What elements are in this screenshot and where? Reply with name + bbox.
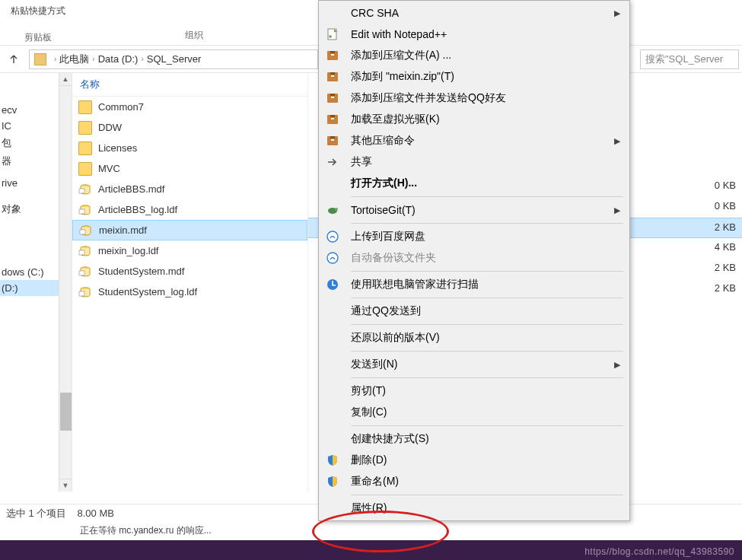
menu-separator	[351, 377, 623, 378]
menu-label: 复制(C)	[351, 406, 620, 419]
file-name: Common7	[98, 101, 144, 113]
menu-item[interactable]: 删除(D)	[319, 450, 629, 471]
submenu-arrow-icon: ▶	[614, 360, 620, 370]
menu-item[interactable]: 使用联想电脑管家进行扫描	[319, 274, 629, 295]
menu-label: 使用联想电脑管家进行扫描	[351, 278, 620, 291]
svg-rect-7	[79, 250, 84, 255]
file-row[interactable]: meixin.mdf	[72, 220, 307, 240]
file-row[interactable]: MVC	[72, 158, 307, 179]
nav-sidebar[interactable]: 📌 📌 ecvIC包器rive对象dows (C:) (D:) ▲ ▼	[0, 73, 72, 492]
menu-separator	[351, 271, 623, 272]
menu-label: 其他压缩命令	[351, 134, 614, 148]
svg-rect-11	[79, 291, 84, 296]
blank-icon	[325, 357, 340, 372]
submenu-arrow-icon: ▶	[614, 205, 620, 215]
menu-item[interactable]: 重命名(M)	[319, 471, 629, 492]
menu-item[interactable]: 其他压缩命令▶	[319, 130, 629, 151]
menu-item[interactable]: 添加到 "meixin.zip"(T)	[319, 66, 629, 88]
file-row[interactable]: meixin_log.ldf	[72, 240, 307, 261]
blank-icon	[325, 383, 340, 399]
tortoise-icon	[325, 202, 340, 218]
scroll-up-button[interactable]: ▲	[59, 73, 72, 86]
menu-item[interactable]: 通过QQ发送到	[319, 301, 629, 322]
chevron-right-icon: ›	[54, 55, 56, 63]
archive-icon	[325, 112, 340, 127]
file-row[interactable]: Common7	[72, 97, 307, 117]
file-row[interactable]: ArticleBBS_log.ldf	[72, 199, 307, 220]
blank-icon	[325, 176, 340, 191]
menu-label: 通过QQ发送到	[351, 304, 620, 318]
menu-label: 还原以前的版本(V)	[351, 331, 620, 345]
menu-item[interactable]: 添加到压缩文件(A) ...	[319, 45, 629, 66]
loading-status: 正在等待 mc.yandex.ru 的响应...	[80, 522, 212, 539]
watermark: https//blog.csdn.net/qq_43983590	[584, 546, 734, 557]
menu-item[interactable]: 属性(R)	[319, 498, 629, 519]
menu-separator	[351, 298, 623, 298]
svg-rect-28	[331, 139, 334, 141]
folder-icon	[34, 53, 46, 65]
status-size: 8.00 MB	[77, 508, 113, 519]
baidu-icon	[325, 229, 340, 244]
column-header-name[interactable]: 名称	[72, 73, 307, 97]
menu-item[interactable]: 发送到(N)▶	[319, 354, 629, 375]
file-row[interactable]: Licenses	[72, 138, 307, 158]
database-file-icon	[78, 183, 92, 196]
breadcrumb-folder[interactable]: SQL_Server	[147, 53, 202, 65]
search-input[interactable]: 搜索"SQL_Server	[640, 49, 739, 69]
blank-icon	[325, 5, 340, 21]
archive-icon	[325, 69, 340, 84]
menu-item[interactable]: 添加到压缩文件并发送给QQ好友	[319, 88, 629, 109]
scroll-thumb[interactable]	[60, 393, 72, 431]
menu-label: 共享	[351, 155, 620, 169]
breadcrumb[interactable]: › 此电脑 › Data (D:) › SQL_Server	[29, 49, 318, 69]
menu-item[interactable]: 自动备份该文件夹	[319, 247, 629, 269]
folder-icon	[78, 100, 92, 114]
share-icon	[325, 154, 340, 170]
ribbon-clipboard-group: 粘贴快捷方式 剪贴板	[0, 0, 76, 45]
archive-icon	[325, 133, 340, 148]
shield-icon	[325, 474, 340, 489]
scroll-down-button[interactable]: ▼	[59, 479, 72, 492]
menu-item[interactable]: 共享	[319, 151, 629, 173]
status-selected: 选中 1 个项目	[6, 507, 66, 520]
svg-rect-18	[330, 72, 335, 75]
sidebar-scrollbar[interactable]: ▲ ▼	[59, 73, 72, 492]
blank-icon	[325, 431, 340, 447]
svg-rect-15	[330, 51, 335, 53]
submenu-arrow-icon: ▶	[614, 8, 620, 18]
chevron-right-icon: ›	[141, 55, 143, 63]
file-row[interactable]: ArticleBBS.mdf	[72, 179, 307, 199]
file-name: ArticleBBS.mdf	[98, 183, 164, 195]
menu-item[interactable]: 上传到百度网盘	[319, 226, 629, 247]
menu-item[interactable]: 剪切(T)	[319, 380, 629, 402]
menu-item[interactable]: 打开方式(H)...	[319, 173, 629, 194]
svg-point-13	[329, 35, 332, 38]
menu-item[interactable]: 复制(C)	[319, 402, 629, 423]
menu-label: CRC SHA	[351, 7, 614, 19]
organize-group-label: 组织	[76, 0, 312, 45]
file-row[interactable]: DDW	[72, 117, 307, 138]
svg-rect-24	[330, 115, 335, 117]
breadcrumb-thispc[interactable]: 此电脑	[59, 52, 89, 66]
menu-item[interactable]: 还原以前的版本(V)	[319, 327, 629, 348]
svg-rect-1	[79, 189, 84, 193]
breadcrumb-drive[interactable]: Data (D:)	[98, 53, 139, 65]
menu-item[interactable]: Edit with Notepad++	[319, 24, 629, 45]
file-row[interactable]: StudentSystem.mdf	[72, 261, 307, 282]
clipboard-group-label: 剪贴板	[0, 31, 76, 44]
paste-shortcut-label[interactable]: 粘贴快捷方式	[0, 5, 76, 18]
menu-label: 重命名(M)	[351, 475, 620, 488]
lenovo-icon	[325, 277, 340, 292]
menu-label: 添加到压缩文件并发送给QQ好友	[351, 91, 620, 105]
menu-item[interactable]: 创建快捷方式(S)	[319, 428, 629, 450]
database-file-icon	[79, 224, 93, 237]
file-name: ArticleBBS_log.ldf	[98, 204, 177, 215]
file-row[interactable]: StudentSystem_log.ldf	[72, 282, 307, 302]
menu-item[interactable]: CRC SHA▶	[319, 2, 629, 24]
menu-item[interactable]: 加载至虚拟光驱(K)	[319, 109, 629, 130]
folder-icon	[78, 142, 92, 155]
menu-item[interactable]: TortoiseGit(T)▶	[319, 199, 629, 221]
archive-icon	[325, 48, 340, 63]
menu-label: 删除(D)	[351, 453, 620, 467]
nav-up-button[interactable]	[3, 49, 24, 70]
